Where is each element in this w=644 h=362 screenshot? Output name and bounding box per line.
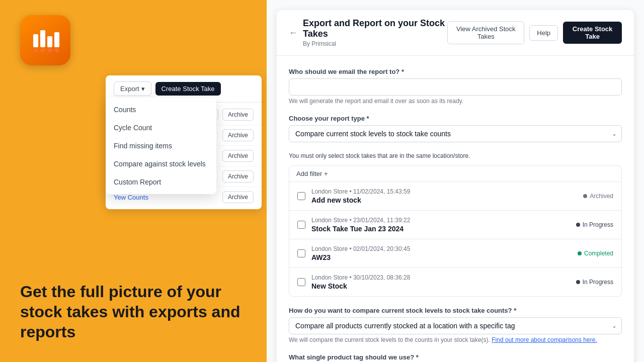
stock-take-checkbox-1[interactable] <box>297 192 305 200</box>
stock-take-name-4: New Stock <box>311 282 570 290</box>
stock-takes-list: Add filter + London Store • 11/02/2024, … <box>289 165 622 297</box>
stock-take-checkbox-4[interactable] <box>297 278 305 286</box>
status-dot-3 <box>578 251 582 255</box>
svg-point-5 <box>41 48 45 52</box>
help-button[interactable]: Help <box>529 25 558 41</box>
modal-body: Who should we email the report to? * We … <box>277 56 634 362</box>
dropdown-item-cycle-count[interactable]: Cycle Count <box>106 119 216 137</box>
create-stock-button-left[interactable]: Create Stock Take <box>155 82 221 96</box>
dropdown-item-custom-report[interactable]: Custom Report <box>106 173 216 191</box>
stock-take-item-2: London Store • 23/01/2024, 11:39:22 Stoc… <box>289 211 621 239</box>
archive-button-4[interactable]: Archive <box>222 170 254 183</box>
email-label: Who should we email the report to? * <box>289 68 622 75</box>
export-dropdown-menu: Counts Cycle Count Find missing items Co… <box>106 98 216 194</box>
stock-take-info-4: London Store • 30/10/2023, 08:36:28 New … <box>311 274 570 290</box>
stock-take-status-1: Archived <box>583 193 613 200</box>
back-arrow-icon: ← <box>289 28 298 38</box>
archive-button-3[interactable]: Archive <box>222 150 254 162</box>
modal-container: ← Export and Report on your Stock Takes … <box>267 0 644 362</box>
stock-take-info-1: London Store • 11/02/2024, 15:43:59 Add … <box>311 188 577 204</box>
email-form-group: Who should we email the report to? * We … <box>289 68 622 105</box>
compare-form-group: How do you want to compare current stock… <box>289 307 622 343</box>
email-hint: We will generate the report and email it… <box>289 98 622 105</box>
back-button[interactable]: ← <box>289 28 298 38</box>
compare-select[interactable]: Compare all products currently stocked a… <box>289 317 622 334</box>
stock-takes-form-group: Add filter + London Store • 11/02/2024, … <box>289 165 622 297</box>
dropdown-item-compare-stock[interactable]: Compare against stock levels <box>106 155 216 173</box>
svg-rect-3 <box>54 32 59 47</box>
status-dot-4 <box>576 280 580 284</box>
svg-rect-2 <box>47 36 52 47</box>
stock-take-name-2: Stock Take Tue Jan 23 2024 <box>311 225 570 233</box>
dropdown-item-find-missing[interactable]: Find missing items <box>106 137 216 155</box>
svg-point-4 <box>34 48 38 52</box>
modal-box: ← Export and Report on your Stock Takes … <box>277 10 634 362</box>
create-stock-take-button-header[interactable]: Create Stock Take <box>563 22 622 44</box>
archive-button-1[interactable]: Archive <box>222 109 254 121</box>
left-panel: Export ▾ Create Stock Take Counts Cycle … <box>0 0 267 362</box>
add-filter-label: Add filter + <box>296 170 328 177</box>
report-type-select[interactable]: Compare current stock levels to stock ta… <box>289 125 622 142</box>
dropdown-item-counts[interactable]: Counts <box>106 101 216 119</box>
stock-take-meta-3: London Store • 02/01/2024, 20:30:45 <box>311 245 572 252</box>
archive-button-2[interactable]: Archive <box>222 129 254 141</box>
tag-label: What single product tag should we use? * <box>289 353 622 361</box>
svg-point-6 <box>48 48 52 52</box>
stock-take-status-2: In Progress <box>576 221 613 228</box>
stock-take-name-3: AW23 <box>311 253 572 261</box>
right-panel: ← Export and Report on your Stock Takes … <box>267 0 644 362</box>
stock-take-checkbox-2[interactable] <box>297 221 305 229</box>
stock-take-item-1: London Store • 11/02/2024, 15:43:59 Add … <box>289 182 621 211</box>
compare-label: How do you want to compare current stock… <box>289 307 622 314</box>
stock-list-panel: Export ▾ Create Stock Take Counts Cycle … <box>106 75 262 209</box>
report-type-select-wrapper: Compare current stock levels to stock ta… <box>289 125 622 142</box>
compare-hint: We will compare the current stock levels… <box>289 336 622 343</box>
stock-take-status-3: Completed <box>578 250 613 257</box>
create-stock-label: Create Stock Take <box>162 85 215 93</box>
modal-title-block: Export and Report on your Stock Takes By… <box>303 18 447 47</box>
modal-title: Export and Report on your Stock Takes <box>303 18 447 39</box>
email-input[interactable] <box>289 78 622 96</box>
stock-take-item-3: London Store • 02/01/2024, 20:30:45 AW23… <box>289 239 621 268</box>
compare-select-wrapper: Compare all products currently stocked a… <box>289 317 622 334</box>
tagline: Get the full picture of your stock takes… <box>20 282 257 342</box>
app-icon <box>20 15 70 65</box>
view-counts-link-5[interactable]: Yew Counts <box>114 194 148 201</box>
status-dot-1 <box>583 194 587 198</box>
modal-header: ← Export and Report on your Stock Takes … <box>277 10 634 56</box>
chevron-down-icon: ▾ <box>141 85 145 93</box>
stock-take-meta-1: London Store • 11/02/2024, 15:43:59 <box>311 188 577 195</box>
report-type-label: Choose your report type * <box>289 115 622 122</box>
tag-form-group: What single product tag should we use? *… <box>289 353 622 362</box>
svg-point-7 <box>55 48 59 52</box>
report-type-form-group: Choose your report type * Compare curren… <box>289 115 622 142</box>
modal-subtitle: By Primsical <box>303 40 447 47</box>
stock-take-checkbox-3[interactable] <box>297 249 305 257</box>
stock-take-status-4: In Progress <box>576 279 613 286</box>
archive-button-5[interactable]: Archive <box>222 191 254 203</box>
modal-title-group: ← Export and Report on your Stock Takes … <box>289 18 447 47</box>
stock-take-info-3: London Store • 02/01/2024, 20:30:45 AW23 <box>311 245 572 261</box>
export-label: Export <box>120 85 139 93</box>
export-button[interactable]: Export ▾ <box>114 81 151 96</box>
view-archived-button[interactable]: View Archived Stock Takes <box>447 21 524 44</box>
status-dot-2 <box>576 223 580 227</box>
add-filter-button[interactable]: Add filter + <box>296 170 328 177</box>
add-filter-container: Add filter + <box>289 166 621 182</box>
bottom-text: Get the full picture of your stock takes… <box>20 282 257 342</box>
svg-rect-1 <box>40 30 45 47</box>
find-out-link[interactable]: Find out more about comparisons here. <box>492 336 597 343</box>
location-note: You must only select stock takes that ar… <box>289 152 622 159</box>
modal-header-actions: View Archived Stock Takes Help Create St… <box>447 21 622 44</box>
stock-take-item-4: London Store • 30/10/2023, 08:36:28 New … <box>289 268 621 296</box>
svg-rect-0 <box>33 34 38 47</box>
stock-take-info-2: London Store • 23/01/2024, 11:39:22 Stoc… <box>311 217 570 233</box>
stock-take-meta-2: London Store • 23/01/2024, 11:39:22 <box>311 217 570 224</box>
stock-take-meta-4: London Store • 30/10/2023, 08:36:28 <box>311 274 570 281</box>
stock-take-name-1: Add new stock <box>311 196 577 204</box>
